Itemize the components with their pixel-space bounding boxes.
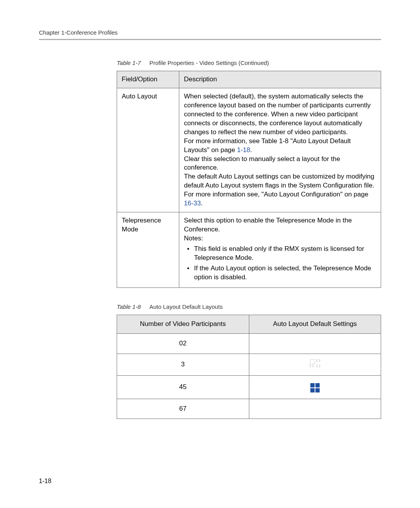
table-1-7-label: Table 1-7	[117, 60, 141, 66]
table-1-7-caption: Table 1-7 Profile Properties - Video Set…	[117, 60, 381, 66]
table-row: 45	[117, 375, 381, 399]
notes-label: Notes:	[184, 235, 203, 242]
list-item: If the Auto Layout option is selected, t…	[187, 264, 376, 282]
desc-text: option is disabled.	[194, 273, 247, 281]
desc-text: on page	[343, 191, 368, 198]
participants-count: 45	[117, 375, 249, 399]
desc-text: Clear this selection to manually select …	[184, 155, 340, 172]
table-row: 3	[117, 354, 381, 375]
desc-text: Select this option to enable the Telepre…	[184, 217, 352, 233]
table-1-7-title: Profile Properties - Video Settings (Con…	[149, 60, 269, 66]
participants-count: 02	[117, 333, 249, 354]
table2-header-col2: Auto Layout Default Settings	[249, 315, 381, 333]
desc-text: For more information, see Table 1-8 "	[184, 137, 293, 145]
desc-text: on page	[210, 146, 237, 154]
layout-1plus2-icon	[310, 359, 320, 367]
layout-cell	[249, 333, 381, 354]
table-row: 67	[117, 399, 381, 419]
layout-cell	[249, 354, 381, 375]
table-1-8-title: Auto Layout Default Layouts	[149, 303, 222, 310]
field-telepresence-mode: Telepresence Mode	[117, 212, 179, 288]
layout-2x2-icon	[310, 382, 320, 393]
table-row: 02	[117, 333, 381, 354]
page-link[interactable]: 1-18	[237, 146, 250, 154]
desc-text: .	[201, 200, 203, 207]
table2-header-col1: Number of Video Participants	[117, 315, 249, 333]
participants-count: 3	[117, 354, 249, 375]
desc-alt-text: "Auto Layout Configuration"	[261, 191, 343, 198]
desc-alt-text: Auto Layout	[211, 265, 246, 272]
table-row: Telepresence Mode Select this option to …	[117, 212, 381, 288]
participants-count: 67	[117, 399, 249, 419]
layout-cell	[249, 375, 381, 399]
header-chapter: Chapter 1-Conference Profiles	[39, 29, 381, 36]
field-auto-layout: Auto Layout	[117, 88, 179, 212]
desc-text: option is selected, the	[246, 265, 313, 272]
table-1-8-caption: Table 1-8 Auto Layout Default Layouts	[117, 303, 381, 310]
table-row: Auto Layout When selected (default), the…	[117, 88, 381, 212]
table-1-8-label: Table 1-8	[117, 303, 141, 310]
header-rule	[39, 39, 381, 40]
desc-text: If the	[194, 265, 211, 272]
page-link[interactable]: 16-33	[184, 200, 201, 207]
desc-telepresence-mode: Select this option to enable the Telepre…	[179, 212, 381, 288]
list-item: This field is enabled only if the RMX sy…	[187, 245, 376, 263]
table-header-field: Field/Option	[117, 71, 179, 88]
page-number: 1-18	[39, 478, 51, 485]
table-1-8: Number of Video Participants Auto Layout…	[117, 315, 381, 419]
desc-alt-text: Telepresence Mode	[313, 265, 371, 272]
table-header-description: Description	[179, 71, 381, 88]
desc-auto-layout: When selected (default), the system auto…	[179, 88, 381, 212]
table-1-7: Field/Option Description Auto Layout Whe…	[117, 71, 381, 288]
desc-text: .	[250, 146, 252, 154]
layout-cell	[249, 399, 381, 419]
desc-text: When selected (default), the system auto…	[184, 93, 371, 136]
